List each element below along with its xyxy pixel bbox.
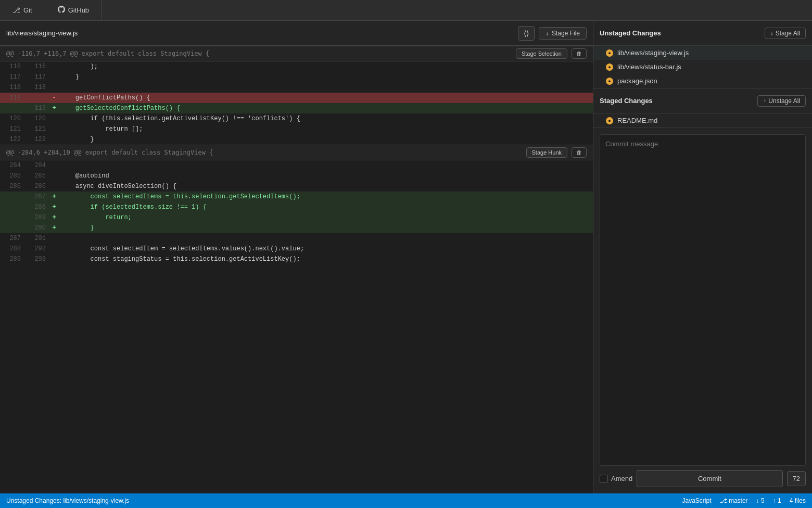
download-icon: ↓ xyxy=(545,30,549,37)
language-label: JavaScript xyxy=(682,497,712,504)
diff-line: 118 118 xyxy=(0,82,593,93)
right-panel: Unstaged Changes ↓ Stage All ● lib/views… xyxy=(593,21,812,493)
diff-line: 285 285 @autobind xyxy=(0,171,593,181)
hunk-2-header: @@ -284,6 +284,10 @@ export default clas… xyxy=(0,145,593,160)
diff-line: 120 120 if (this.selection.getActiveList… xyxy=(0,113,593,124)
diff-line: 122 122 } xyxy=(0,134,593,145)
status-text: Unstaged Changes: lib/views/staging-view… xyxy=(6,497,129,504)
amend-checkbox[interactable]: Amend xyxy=(600,475,632,483)
discard-hunk-1-button[interactable]: 🗑 xyxy=(572,48,587,59)
files-count: 4 files xyxy=(790,497,806,504)
amend-check-input[interactable] xyxy=(600,475,608,483)
diff-line: 121 121 return []; xyxy=(0,124,593,134)
tab-git[interactable]: ⎇ Git xyxy=(0,0,45,20)
diff-line-added: 290 + } xyxy=(0,223,593,233)
main-content: lib/views/staging-view.js ⟨⟩ ↓ Stage Fil… xyxy=(0,21,812,493)
commit-section: Amend Commit 72 xyxy=(593,128,812,493)
amend-label: Amend xyxy=(611,475,632,482)
diff-panel: lib/views/staging-view.js ⟨⟩ ↓ Stage Fil… xyxy=(0,21,593,493)
hunk-1-header: @@ -116,7 +116,7 @@ export default class… xyxy=(0,46,593,61)
diff-line: 286 286 async diveIntoSelection() { xyxy=(0,181,593,192)
diff-line: 288 292 const selectedItem = selectedIte… xyxy=(0,244,593,254)
diff-line: 116 116 ); xyxy=(0,61,593,72)
git-icon: ⎇ xyxy=(12,6,20,14)
unstaged-file-staging-view[interactable]: ● lib/views/staging-view.js xyxy=(593,46,812,60)
top-tabs: ⎇ Git GitHub xyxy=(0,0,812,21)
commit-message-input[interactable] xyxy=(600,134,806,466)
hunk-1-header-text: @@ -116,7 +116,7 @@ export default class… xyxy=(6,50,512,57)
diff-line-added: 287 + const selectedItems = this.selecti… xyxy=(0,192,593,202)
commit-count: 72 xyxy=(787,471,806,486)
staged-title: Staged Changes xyxy=(600,97,757,105)
file-path: lib/views/staging-view.js xyxy=(6,29,514,37)
github-icon xyxy=(58,6,65,15)
diff-content[interactable]: @@ -116,7 +116,7 @@ export default class… xyxy=(0,46,593,493)
commit-button[interactable]: Commit xyxy=(637,470,782,487)
staged-file-list: ● README.md xyxy=(593,113,812,128)
diff-line: 289 293 const stagingStatus = this.selec… xyxy=(0,254,593,264)
down-count: ↓ 5 xyxy=(756,497,765,504)
stage-selection-button[interactable]: Stage Selection xyxy=(516,48,567,59)
code-view-button[interactable]: ⟨⟩ xyxy=(518,26,535,41)
modified-icon: ● xyxy=(606,49,613,57)
diff-line: 287 291 xyxy=(0,233,593,244)
unstaged-file-list: ● lib/views/staging-view.js ● lib/views/… xyxy=(593,46,812,88)
unstage-all-button[interactable]: ↑ Unstage All xyxy=(757,95,806,107)
commit-actions: Amend Commit 72 xyxy=(600,470,806,487)
file-header: lib/views/staging-view.js ⟨⟩ ↓ Stage Fil… xyxy=(0,21,593,46)
upload-icon: ↑ xyxy=(763,97,766,105)
diff-line-added: 289 + return; xyxy=(0,212,593,223)
diff-line-added: 119 + getSelectedConflictPaths() { xyxy=(0,103,593,113)
stage-file-button[interactable]: ↓ Stage File xyxy=(539,27,587,40)
stage-hunk-button[interactable]: Stage Hunk xyxy=(526,147,567,158)
tab-github[interactable]: GitHub xyxy=(45,0,102,20)
status-left: Unstaged Changes: lib/views/staging-view… xyxy=(6,497,129,504)
unstaged-file-status-bar[interactable]: ● lib/views/status-bar.js xyxy=(593,60,812,74)
diff-line-removed-selected: 119 - getConflictPaths() { xyxy=(0,93,593,103)
staged-file-readme[interactable]: ● README.md xyxy=(593,113,812,128)
up-count: ↑ 1 xyxy=(773,497,781,504)
diff-line-added: 288 + if (selectedItems.size !== 1) { xyxy=(0,202,593,212)
modified-icon: ● xyxy=(606,63,613,71)
staged-section-header: Staged Changes ↑ Unstage All xyxy=(593,88,812,113)
discard-hunk-2-button[interactable]: 🗑 xyxy=(572,147,587,158)
unstaged-title: Unstaged Changes xyxy=(600,29,765,37)
diff-line: 284 284 xyxy=(0,160,593,171)
branch-label: ⎇ master xyxy=(720,497,748,504)
diff-line: 117 117 } xyxy=(0,72,593,82)
status-right: JavaScript ⎇ master ↓ 5 ↑ 1 4 files xyxy=(682,497,806,504)
status-bar: Unstaged Changes: lib/views/staging-view… xyxy=(0,493,812,508)
unstaged-file-package-json[interactable]: ● package.json xyxy=(593,74,812,88)
hunk-2-header-text: @@ -284,6 +284,10 @@ export default clas… xyxy=(6,149,522,156)
staged-section: Staged Changes ↑ Unstage All ● README.md xyxy=(593,88,812,128)
modified-icon: ● xyxy=(606,117,613,124)
modified-icon: ● xyxy=(606,78,613,85)
unstaged-section-header: Unstaged Changes ↓ Stage All xyxy=(593,21,812,46)
download-all-icon: ↓ xyxy=(770,30,773,37)
stage-all-button[interactable]: ↓ Stage All xyxy=(765,28,806,39)
